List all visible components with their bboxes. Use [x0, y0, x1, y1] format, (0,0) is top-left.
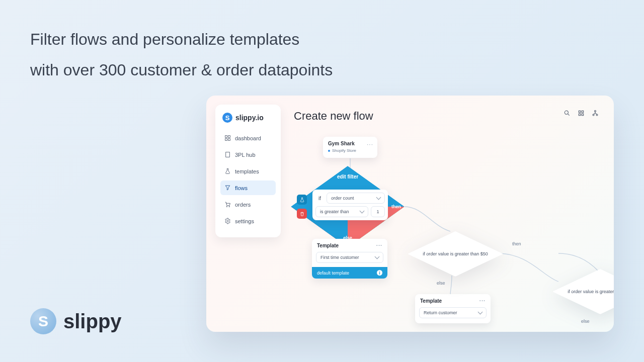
marketing-headline: Filter flows and personalize templates w…: [30, 24, 333, 85]
svg-rect-0: [225, 136, 227, 138]
brand-lockup: S slippy: [30, 308, 122, 334]
default-template-badge: default template i: [312, 267, 387, 279]
sidebar-brand: S slippy.io: [220, 113, 276, 123]
filter-operator-select[interactable]: is greater than: [315, 206, 368, 217]
filter-then-label: then: [391, 204, 401, 209]
sidebar-item-orders[interactable]: orders: [220, 197, 276, 212]
source-title: Gym Shark: [328, 141, 372, 146]
filter-node[interactable]: edit filter then else if order count is …: [291, 166, 405, 247]
sidebar-item-dashboard[interactable]: dashboard: [220, 131, 276, 145]
kebab-menu-icon[interactable]: ···: [376, 242, 382, 248]
if-label: if: [315, 193, 324, 204]
sidebar-item-settings[interactable]: settings: [220, 214, 276, 228]
svg-rect-3: [228, 139, 230, 141]
sidebar-nav: dashboard 3PL hub templates flows orders…: [220, 131, 276, 228]
svg-point-10: [227, 220, 228, 222]
template-header: Template: [317, 243, 339, 248]
info-icon[interactable]: i: [377, 270, 382, 276]
condition-node-2[interactable]: if order value is greater than $50: [552, 269, 614, 314]
headline-line-2: with over 300 customer & order datapoint…: [30, 55, 333, 85]
svg-point-11: [565, 111, 568, 114]
svg-rect-2: [225, 139, 227, 141]
svg-line-12: [568, 114, 570, 116]
edge-label-then: then: [512, 241, 521, 246]
template-header: Template: [420, 298, 442, 304]
page-title: Create new flow: [294, 110, 373, 123]
sidebar-item-label: flows: [235, 185, 248, 191]
grid-icon[interactable]: [578, 110, 585, 117]
filter-editor-panel: if order count is greater than 1: [312, 190, 388, 220]
sidebar-item-label: templates: [235, 168, 259, 174]
filter-side-actions: [297, 195, 307, 219]
sidebar-item-label: settings: [235, 218, 254, 224]
svg-rect-15: [579, 114, 581, 116]
template-node-2[interactable]: Template ··· Return customer: [415, 294, 491, 323]
slippy-logo-icon: S: [30, 308, 56, 334]
template-select[interactable]: Return customer: [419, 307, 487, 318]
sidebar: S slippy.io dashboard 3PL hub templates …: [215, 105, 281, 237]
sidebar-item-label: dashboard: [235, 135, 261, 141]
search-icon[interactable]: [564, 110, 571, 117]
svg-rect-14: [582, 111, 584, 113]
svg-point-9: [229, 206, 230, 207]
cart-icon: [224, 201, 231, 208]
sidebar-item-flows[interactable]: flows: [220, 180, 276, 195]
kebab-menu-icon[interactable]: ···: [479, 298, 486, 304]
brand-name: slippy: [63, 310, 122, 333]
condition-text: if order value is greater than $50: [568, 289, 614, 294]
sidebar-item-3pl-hub[interactable]: 3PL hub: [220, 147, 276, 162]
template-node-1[interactable]: Template ··· First time customer default…: [312, 239, 387, 279]
edge-label-else: else: [581, 319, 590, 324]
trash-action-icon[interactable]: [297, 209, 307, 219]
app-window: S slippy.io dashboard 3PL hub templates …: [206, 96, 614, 332]
edge-label-else: else: [437, 281, 445, 286]
flask-icon: [224, 168, 231, 174]
sidebar-item-label: orders: [235, 202, 251, 208]
sidebar-item-label: 3PL hub: [235, 152, 256, 158]
building-icon: [224, 151, 231, 158]
svg-point-17: [595, 110, 596, 112]
condition-node-1[interactable]: if order value is greater than $50: [408, 231, 503, 277]
source-subtitle: Shopify Store: [328, 148, 372, 153]
flask-action-icon[interactable]: [297, 195, 307, 205]
template-select[interactable]: First time customer: [316, 252, 383, 263]
svg-rect-13: [579, 111, 581, 113]
slippy-mark-icon: S: [222, 113, 232, 123]
dashboard-icon: [224, 135, 231, 141]
sidebar-brand-text: slippy.io: [235, 114, 264, 122]
condition-node-2-shadow: if order value is greater than $50: [552, 269, 614, 314]
svg-rect-16: [582, 114, 584, 116]
svg-rect-4: [226, 152, 230, 157]
kebab-menu-icon[interactable]: ···: [367, 141, 373, 148]
filter-value-input[interactable]: 1: [371, 206, 385, 217]
source-node[interactable]: Gym Shark Shopify Store ···: [323, 137, 377, 158]
tree-icon[interactable]: [592, 110, 599, 117]
filter-header: edit filter: [291, 174, 405, 179]
svg-point-8: [226, 206, 227, 207]
svg-rect-1: [228, 136, 230, 138]
filter-field-select[interactable]: order count: [327, 193, 385, 204]
filter-icon: [224, 185, 231, 191]
gear-icon: [224, 218, 231, 224]
condition-text: if order value is greater than $50: [423, 251, 488, 256]
headline-line-1: Filter flows and personalize templates: [30, 24, 333, 55]
canvas-toolbar: [564, 110, 599, 117]
sidebar-item-templates[interactable]: templates: [220, 164, 276, 178]
condition-node-1-shadow: if order value is greater than $50: [408, 231, 503, 277]
